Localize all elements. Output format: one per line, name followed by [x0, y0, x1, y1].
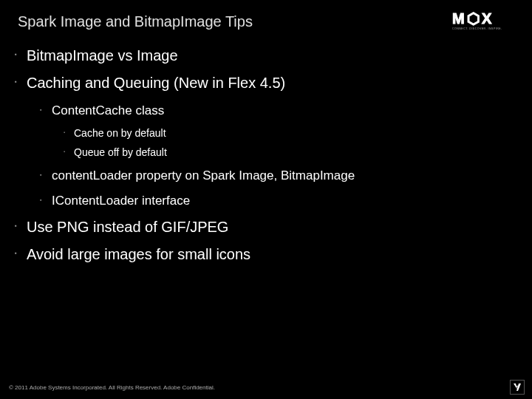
- bullet-list-lvl3: Cache on by default Queue off by default: [52, 127, 517, 158]
- bullet-text: Avoid large images for small icons: [27, 246, 250, 262]
- svg-text:X: X: [482, 10, 492, 27]
- list-item: Use PNG instead of GIF/JPEG: [15, 219, 517, 236]
- adobe-logo-icon: [510, 380, 525, 395]
- slide-header: Spark Image and BitmapImage Tips M ⬡ X C…: [0, 0, 532, 40]
- slide-title: Spark Image and BitmapImage Tips: [18, 13, 253, 30]
- bullet-text: Use PNG instead of GIF/JPEG: [27, 219, 228, 235]
- slide-content: BitmapImage vs Image Caching and Queuing…: [0, 40, 532, 263]
- svg-text:⬡: ⬡: [467, 10, 480, 27]
- list-item: Cache on by default: [52, 127, 517, 139]
- copyright-text: © 2011 Adobe Systems Incorporated. All R…: [9, 384, 215, 391]
- list-item: Avoid large images for small icons: [15, 246, 517, 263]
- list-item: Caching and Queuing (New in Flex 4.5) Co…: [15, 75, 517, 208]
- list-item: IContentLoader interface: [27, 194, 517, 208]
- bullet-text: BitmapImage vs Image: [27, 47, 178, 64]
- list-item: Queue off by default: [52, 146, 517, 158]
- max-tagline: CONNECT. DISCOVER. INSPIRE.: [452, 27, 502, 30]
- bullet-list-lvl2: ContentCache class Cache on by default Q…: [27, 103, 517, 208]
- svg-text:M: M: [452, 10, 464, 27]
- bullet-text: Cache on by default: [74, 127, 166, 139]
- bullet-text: contentLoader property on Spark Image, B…: [52, 168, 355, 183]
- list-item: contentLoader property on Spark Image, B…: [27, 168, 517, 183]
- slide-footer: © 2011 Adobe Systems Incorporated. All R…: [0, 375, 532, 399]
- max-logo: M ⬡ X CONNECT. DISCOVER. INSPIRE.: [452, 10, 514, 31]
- bullet-text: Caching and Queuing (New in Flex 4.5): [27, 75, 285, 91]
- bullet-text: Queue off by default: [74, 146, 167, 158]
- bullet-text: IContentLoader interface: [52, 194, 190, 208]
- bullet-text: ContentCache class: [52, 103, 164, 117]
- bullet-list-lvl1: BitmapImage vs Image Caching and Queuing…: [15, 47, 517, 263]
- list-item: ContentCache class Cache on by default Q…: [27, 103, 517, 158]
- max-logo-icon: M ⬡ X CONNECT. DISCOVER. INSPIRE.: [452, 10, 514, 31]
- list-item: BitmapImage vs Image: [15, 47, 517, 64]
